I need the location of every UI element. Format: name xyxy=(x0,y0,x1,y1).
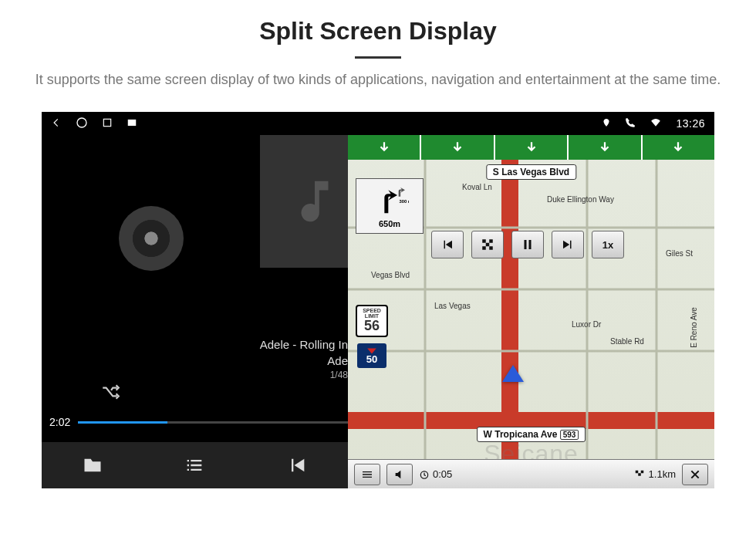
track-title-line1: Adele - Rolling In xyxy=(260,336,348,353)
vehicle-cursor xyxy=(502,365,524,382)
album-disc[interactable] xyxy=(119,206,184,271)
street-label: E Reno Ave xyxy=(690,307,698,348)
close-button[interactable] xyxy=(682,464,708,485)
route-shield: 50 xyxy=(357,343,386,368)
trip-distance: 1.1km xyxy=(633,468,676,480)
street-label: Duke Ellington Way xyxy=(547,195,614,204)
lane-arrow xyxy=(495,135,569,160)
prev-waypoint-button[interactable] xyxy=(431,231,464,258)
next-road-label: W Tropicana Ave 593 xyxy=(477,427,586,442)
page-title: Split Screen Display xyxy=(259,17,497,46)
svg-rect-2 xyxy=(128,119,137,125)
navigation-app[interactable]: S Las Vegas Blvd 300 m 650m xyxy=(348,135,714,488)
folder-button[interactable] xyxy=(42,442,143,488)
trip-elapsed: 0:05 xyxy=(419,468,452,480)
lane-arrow xyxy=(348,135,421,160)
svg-rect-13 xyxy=(489,239,493,243)
music-app: Adele - Rolling In Ade 1/48 2:02 xyxy=(42,135,348,488)
svg-text:300 m: 300 m xyxy=(400,199,410,204)
pause-button[interactable] xyxy=(511,231,544,258)
track-info: Adele - Rolling In Ade 1/48 xyxy=(260,336,348,382)
turn-card: 300 m 650m xyxy=(356,178,424,234)
svg-point-0 xyxy=(77,118,86,127)
progress-fill xyxy=(78,421,167,424)
previous-button[interactable] xyxy=(246,442,348,488)
device-frame: 13:26 Adele - Rolling In Ade 1/48 xyxy=(42,112,714,488)
exit-number: 593 xyxy=(560,430,579,440)
nav-controls: 1x xyxy=(431,231,624,258)
speed-limit-sign: SPEED LIMIT 56 xyxy=(356,305,388,337)
street-label: Luxor Dr xyxy=(572,320,601,329)
lane-arrow xyxy=(421,135,494,160)
street-label: Vegas Blvd xyxy=(371,271,410,279)
track-title-line2: Ade xyxy=(260,353,348,369)
lane-arrow xyxy=(643,135,714,160)
svg-rect-18 xyxy=(529,240,532,249)
voice-button[interactable] xyxy=(386,464,413,485)
turn-distance: 650m xyxy=(359,218,420,228)
location-icon xyxy=(602,117,611,130)
street-label: Giles St xyxy=(666,249,693,258)
current-road-label: S Las Vegas Blvd xyxy=(486,164,576,180)
lane-guidance xyxy=(348,135,714,160)
street-label: Stable Rd xyxy=(610,337,644,346)
next-waypoint-button[interactable] xyxy=(552,231,584,258)
svg-rect-22 xyxy=(638,473,641,476)
music-bottom-bar xyxy=(42,442,348,488)
wifi-icon xyxy=(650,117,662,130)
svg-rect-15 xyxy=(482,246,486,250)
map-footer: 0:05 1.1km xyxy=(348,459,714,488)
speed-limit-value: 56 xyxy=(357,319,386,334)
lane-arrow xyxy=(569,135,642,160)
playlist-button[interactable] xyxy=(143,442,245,488)
page-subtitle: It supports the same screen display of t… xyxy=(35,69,721,90)
recents-icon[interactable] xyxy=(102,117,113,130)
svg-rect-17 xyxy=(525,240,527,249)
back-icon[interactable] xyxy=(51,117,62,130)
svg-rect-16 xyxy=(489,246,493,250)
elapsed-time: 2:02 xyxy=(49,416,70,428)
speed-limit-label: SPEED LIMIT xyxy=(357,308,386,319)
status-bar: 13:26 xyxy=(42,112,714,135)
speed-multiplier-button[interactable]: 1x xyxy=(592,231,624,258)
svg-rect-12 xyxy=(482,239,486,243)
clock: 13:26 xyxy=(676,117,705,130)
svg-rect-1 xyxy=(103,119,110,126)
heading-underline xyxy=(355,56,401,59)
svg-rect-14 xyxy=(486,243,490,247)
street-label: Koval Ln xyxy=(462,183,492,191)
svg-rect-20 xyxy=(635,470,638,473)
menu-button[interactable] xyxy=(354,464,380,485)
progress-bar[interactable] xyxy=(78,421,348,424)
street-label: Las Vegas xyxy=(434,302,471,310)
shuffle-icon[interactable] xyxy=(100,391,120,404)
checkered-button[interactable] xyxy=(471,231,504,258)
svg-rect-21 xyxy=(640,470,643,473)
phone-icon xyxy=(625,117,636,130)
home-icon[interactable] xyxy=(76,117,88,131)
track-counter: 1/48 xyxy=(260,369,348,382)
image-icon xyxy=(127,117,137,130)
progress-row: 2:02 xyxy=(49,416,348,428)
